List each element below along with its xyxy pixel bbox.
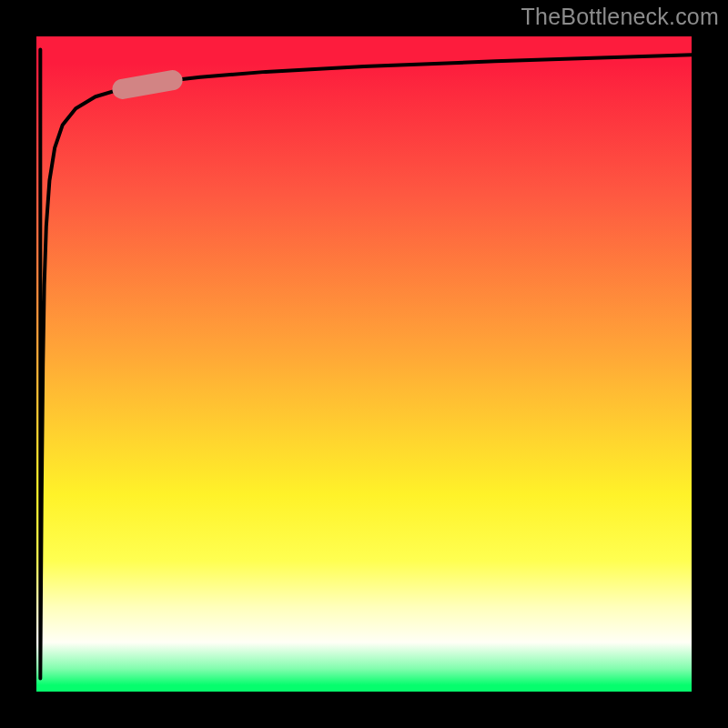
- curve-line: [40, 49, 692, 678]
- watermark-label: TheBottleneck.com: [521, 4, 719, 30]
- plot-area: [36, 36, 692, 692]
- chart-canvas: TheBottleneck.com: [0, 0, 728, 728]
- curve-layer: [36, 36, 692, 692]
